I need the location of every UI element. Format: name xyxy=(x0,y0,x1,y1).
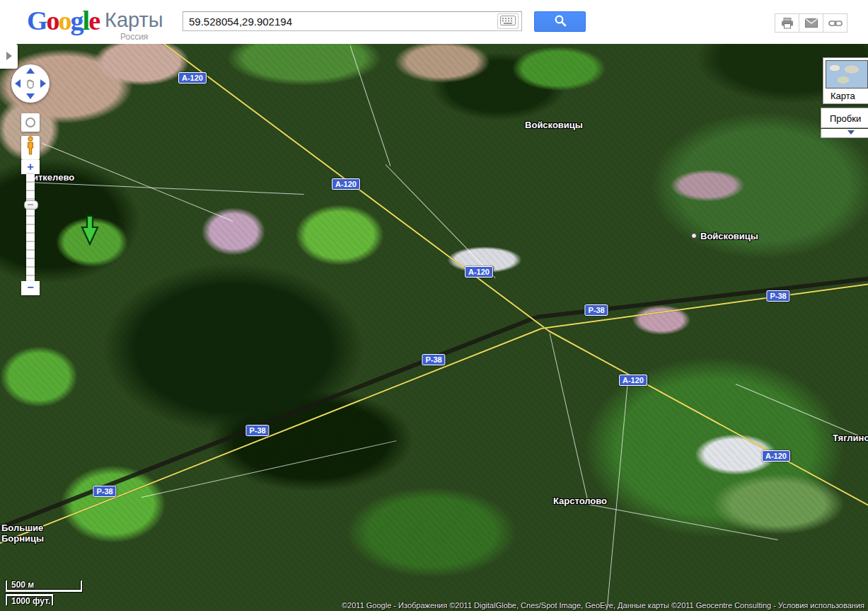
link-button[interactable] xyxy=(823,13,847,33)
place-label: Войсковицы xyxy=(525,120,583,130)
road-shield: Р-38 xyxy=(584,304,608,316)
envelope-icon xyxy=(805,18,818,28)
place-label: Карстолово xyxy=(553,496,607,506)
pan-control[interactable] xyxy=(11,64,50,103)
pan-up-icon[interactable] xyxy=(26,68,35,74)
traffic-expand-button[interactable] xyxy=(821,129,868,138)
attribution-text: ©2011 Google - Изображения ©2011 Digital… xyxy=(342,601,778,610)
road-shield: А-120 xyxy=(178,72,207,84)
scale-metric: 500 м xyxy=(6,581,82,592)
logo-letter: l xyxy=(83,6,89,35)
google-maps-app: GoogleКарты Россия xyxy=(0,0,868,611)
map-overlays: А-120А-120А-120Р-38Р-38А-120Р-38Р-38А-12… xyxy=(0,44,868,611)
road-shield: А-120 xyxy=(619,375,647,386)
road-shield: Р-38 xyxy=(93,486,116,497)
map-type-button[interactable]: Карта xyxy=(823,57,868,104)
logo-letter: o xyxy=(59,6,71,35)
road-shield: Р-38 xyxy=(245,425,269,436)
road-shield: А-120 xyxy=(332,178,360,190)
circle-icon xyxy=(25,118,35,127)
chevron-down-icon xyxy=(847,130,855,138)
pan-left-icon[interactable] xyxy=(15,79,21,88)
email-button[interactable] xyxy=(799,13,823,33)
logo-region: Россия xyxy=(120,32,148,42)
place-label: Большие Борницы xyxy=(1,523,44,544)
logo-letter: G xyxy=(27,6,47,35)
road-shield: А-120 xyxy=(465,266,493,278)
header-actions xyxy=(775,13,847,33)
logo-product-name: Карты xyxy=(105,8,163,31)
logo-letter: o xyxy=(47,6,59,35)
pegman-icon xyxy=(25,136,35,156)
reset-view-button[interactable] xyxy=(21,113,40,132)
map-thumbnail xyxy=(826,60,868,88)
header: GoogleКарты Россия xyxy=(0,0,868,44)
expand-arrow-icon xyxy=(6,52,12,60)
zoom-slider[interactable] xyxy=(26,174,35,281)
place-label: Войсковицы xyxy=(700,231,758,241)
scale-imperial-label: 1000 фут. xyxy=(7,596,52,607)
search-icon xyxy=(554,14,567,27)
search-box xyxy=(183,11,522,31)
logo-letter: e xyxy=(88,6,99,35)
road-shield: А-120 xyxy=(762,450,790,462)
road-shield: Р-38 xyxy=(766,290,789,302)
link-icon xyxy=(828,19,843,28)
pan-right-icon[interactable] xyxy=(40,79,46,88)
search-input[interactable] xyxy=(183,11,522,31)
place-label: Тяглино xyxy=(833,433,868,443)
print-button[interactable] xyxy=(775,13,799,33)
zoom-in-button[interactable]: + xyxy=(21,160,40,174)
road-shield: Р-38 xyxy=(422,354,445,365)
print-icon xyxy=(781,18,794,29)
town-dot xyxy=(691,233,697,239)
traffic-button[interactable]: Пробки xyxy=(821,108,868,128)
google-logo: Google xyxy=(27,6,99,35)
keyboard-button[interactable] xyxy=(497,13,519,29)
search-button[interactable] xyxy=(534,11,586,32)
google-maps-logo[interactable]: GoogleКарты Россия xyxy=(27,4,163,42)
map-canvas[interactable]: А-120А-120А-120Р-38Р-38А-120Р-38Р-38А-12… xyxy=(0,44,868,611)
map-type-label: Карта xyxy=(823,88,868,101)
terms-link[interactable]: Условия использования xyxy=(778,601,864,610)
sidebar-expand-tab[interactable] xyxy=(0,44,18,69)
scale-bar: 500 м 1000 фут. xyxy=(6,581,82,605)
keyboard-icon xyxy=(500,16,516,25)
zoom-out-button[interactable]: − xyxy=(21,281,40,295)
logo-letter: g xyxy=(71,6,83,35)
drag-hand-icon xyxy=(25,78,36,89)
zoom-slider-handle[interactable] xyxy=(24,200,38,210)
traffic-label: Пробки xyxy=(830,113,861,124)
scale-imperial: 1000 фут. xyxy=(6,594,53,605)
scale-metric-label: 500 м xyxy=(7,581,81,590)
attribution: ©2011 Google - Изображения ©2011 Digital… xyxy=(342,601,864,610)
green-arrow-marker[interactable] xyxy=(81,215,99,246)
pan-down-icon[interactable] xyxy=(26,93,35,99)
pegman-control[interactable] xyxy=(21,136,40,160)
